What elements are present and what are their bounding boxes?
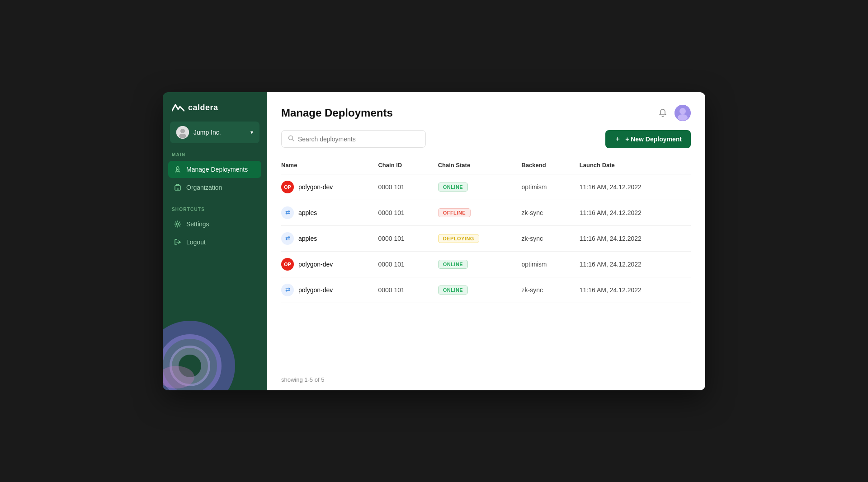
user-avatar[interactable] xyxy=(675,105,691,121)
chevron-down-icon: ▾ xyxy=(250,129,253,136)
cell-chain-id: 0000 101 xyxy=(373,277,432,303)
svg-point-3 xyxy=(177,168,179,170)
sidebar-item-manage-deployments-label: Manage Deployments xyxy=(186,166,248,173)
deployment-name: polygon-dev xyxy=(298,261,333,268)
svg-point-2 xyxy=(179,134,186,138)
cell-chain-id: 0000 101 xyxy=(373,251,432,277)
table-row[interactable]: OP polygon-dev 0000 101 ONLINE optimism … xyxy=(281,251,691,277)
sidebar: caldera Jump Inc. ▾ MAIN xyxy=(163,92,267,390)
deployment-name: polygon-dev xyxy=(298,183,333,191)
svg-point-9 xyxy=(174,350,206,382)
arrows-icon: ⇄ xyxy=(281,232,294,245)
org-avatar xyxy=(176,126,189,139)
org-selector[interactable]: Jump Inc. ▾ xyxy=(170,122,259,143)
main-header: Manage Deployments xyxy=(267,92,705,130)
svg-rect-5 xyxy=(177,188,179,190)
cell-chain-id: 0000 101 xyxy=(373,174,432,200)
logo-text: caldera xyxy=(188,103,218,112)
toolbar: ＋ + New Deployment xyxy=(267,130,705,157)
search-icon xyxy=(288,135,294,143)
logo: caldera xyxy=(163,92,267,122)
cell-name: ⇄ apples xyxy=(281,225,373,251)
table-row[interactable]: ⇄ apples 0000 101 DEPLOYING zk-sync 11:1… xyxy=(281,225,691,251)
cell-launch-date: 11:16 AM, 24.12.2022 xyxy=(574,225,691,251)
cell-backend: zk-sync xyxy=(516,277,574,303)
cell-chain-state: OFFLINE xyxy=(433,200,516,225)
svg-point-1 xyxy=(180,129,185,133)
state-badge: ONLINE xyxy=(438,260,468,269)
cell-chain-state: DEPLOYING xyxy=(433,225,516,251)
col-chain-state: Chain State xyxy=(433,157,516,174)
building-icon xyxy=(174,183,182,192)
col-backend: Backend xyxy=(516,157,574,174)
cell-chain-state: ONLINE xyxy=(433,277,516,303)
cell-launch-date: 11:16 AM, 24.12.2022 xyxy=(574,277,691,303)
main-section-label: MAIN xyxy=(163,152,267,161)
main-nav: Manage Deployments Organization xyxy=(163,161,267,196)
svg-point-13 xyxy=(678,114,688,121)
svg-point-12 xyxy=(679,108,686,114)
cell-backend: optimism xyxy=(516,174,574,200)
svg-point-6 xyxy=(177,223,179,225)
state-badge: OFFLINE xyxy=(438,208,471,217)
cell-name: OP polygon-dev xyxy=(281,251,373,277)
cell-launch-date: 11:16 AM, 24.12.2022 xyxy=(574,200,691,225)
sidebar-item-manage-deployments[interactable]: Manage Deployments xyxy=(168,161,261,178)
arrows-icon: ⇄ xyxy=(281,284,294,296)
table-row[interactable]: ⇄ apples 0000 101 OFFLINE zk-sync 11:16 … xyxy=(281,200,691,225)
deployments-table-container: Name Chain ID Chain State Backend Launch… xyxy=(267,157,705,369)
cell-name: ⇄ polygon-dev xyxy=(281,277,373,303)
table-row[interactable]: ⇄ polygon-dev 0000 101 ONLINE zk-sync 11… xyxy=(281,277,691,303)
rocket-icon xyxy=(174,165,182,173)
cell-chain-state: ONLINE xyxy=(433,174,516,200)
sidebar-item-organization[interactable]: Organization xyxy=(168,179,261,196)
cell-chain-state: ONLINE xyxy=(433,251,516,277)
page-title: Manage Deployments xyxy=(281,107,393,119)
state-badge: DEPLOYING xyxy=(438,234,479,243)
op-icon: OP xyxy=(281,258,294,271)
sidebar-item-settings[interactable]: Settings xyxy=(168,215,261,233)
deployment-name: apples xyxy=(298,209,317,216)
cell-launch-date: 11:16 AM, 24.12.2022 xyxy=(574,174,691,200)
search-box[interactable] xyxy=(281,130,426,148)
search-input[interactable] xyxy=(298,136,419,143)
col-name: Name xyxy=(281,157,373,174)
svg-point-8 xyxy=(165,341,215,390)
cell-name: ⇄ apples xyxy=(281,200,373,225)
notifications-button[interactable] xyxy=(658,108,667,117)
sidebar-item-organization-label: Organization xyxy=(186,184,222,191)
cell-launch-date: 11:16 AM, 24.12.2022 xyxy=(574,251,691,277)
shortcuts-section-label: SHORTCUTS xyxy=(163,207,267,215)
new-deployment-label: + New Deployment xyxy=(625,136,682,143)
state-badge: ONLINE xyxy=(438,285,468,295)
cell-chain-id: 0000 101 xyxy=(373,200,432,225)
arrows-icon: ⇄ xyxy=(281,206,294,219)
col-launch-date: Launch Date xyxy=(574,157,691,174)
shortcuts-nav: Settings Logout xyxy=(163,215,267,251)
deployments-table: Name Chain ID Chain State Backend Launch… xyxy=(281,157,691,303)
gear-icon xyxy=(174,220,182,228)
table-header: Name Chain ID Chain State Backend Launch… xyxy=(281,157,691,174)
deployment-name: apples xyxy=(298,235,317,242)
table-row[interactable]: OP polygon-dev 0000 101 ONLINE optimism … xyxy=(281,174,691,200)
svg-point-7 xyxy=(163,330,226,390)
main-content: Manage Deployments xyxy=(267,92,705,390)
table-body: OP polygon-dev 0000 101 ONLINE optimism … xyxy=(281,174,691,303)
cell-backend: optimism xyxy=(516,251,574,277)
new-deployment-button[interactable]: ＋ + New Deployment xyxy=(605,130,691,148)
sidebar-item-settings-label: Settings xyxy=(186,220,209,228)
header-actions xyxy=(658,105,691,121)
pagination-info: showing 1-5 of 5 xyxy=(267,369,705,390)
state-badge: ONLINE xyxy=(438,183,468,192)
org-name: Jump Inc. xyxy=(193,129,246,136)
cell-backend: zk-sync xyxy=(516,200,574,225)
cell-backend: zk-sync xyxy=(516,225,574,251)
sidebar-item-logout[interactable]: Logout xyxy=(168,234,261,251)
pagination-text: showing 1-5 of 5 xyxy=(281,376,324,383)
sidebar-item-logout-label: Logout xyxy=(186,239,206,246)
deployment-name: polygon-dev xyxy=(298,286,333,294)
svg-point-10 xyxy=(163,366,194,388)
logout-icon xyxy=(174,238,182,246)
col-chain-id: Chain ID xyxy=(373,157,432,174)
op-icon: OP xyxy=(281,181,294,193)
